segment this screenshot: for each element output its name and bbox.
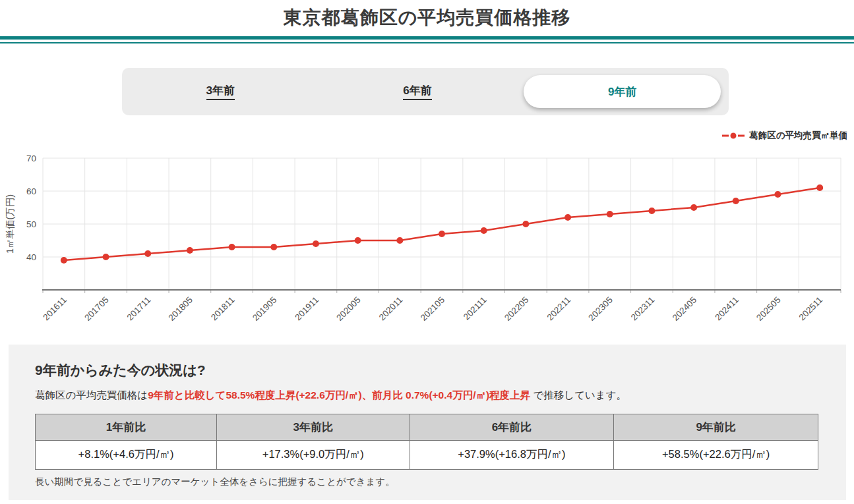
svg-text:201705: 201705 — [82, 295, 110, 323]
svg-text:202105: 202105 — [419, 295, 446, 323]
svg-text:70: 70 — [26, 154, 36, 163]
svg-text:202111: 202111 — [462, 295, 489, 322]
svg-text:201911: 201911 — [293, 295, 320, 323]
chart-gridlines: 40506070 — [26, 154, 841, 293]
header-3-year-comparison: 3年前比 — [217, 414, 410, 440]
page-title: 東京都葛飾区の平均売買価格推移 — [0, 5, 854, 30]
svg-text:201811: 201811 — [209, 295, 237, 323]
header-rule-thin — [0, 42, 854, 43]
svg-text:202211: 202211 — [545, 295, 572, 323]
svg-text:202205: 202205 — [503, 295, 530, 323]
tab-9-years-ago[interactable]: 9年前 — [516, 68, 729, 115]
svg-text:201905: 201905 — [251, 295, 278, 323]
legend-line-dot-icon — [722, 132, 745, 140]
comparison-table: 1年前比 3年前比 6年前比 9年前比 +8.1%(+4.6万円/㎡) +17.… — [35, 414, 818, 470]
svg-text:60: 60 — [26, 186, 36, 196]
value-1-year-comparison: +8.1%(+4.6万円/㎡) — [36, 440, 217, 469]
summary-highlight: 9年前と比較して58.5%程度上昇(+22.6万円/㎡)、前月比 0.7%(+0… — [148, 389, 530, 401]
summary-paragraph: 葛飾区の平均売買価格は9年前と比較して58.5%程度上昇(+22.6万円/㎡)、… — [35, 388, 820, 403]
tab-9-years-label: 9年前 — [608, 84, 636, 99]
svg-text:201805: 201805 — [167, 295, 195, 323]
svg-text:201611: 201611 — [41, 295, 69, 323]
chart-legend-item[interactable]: 葛飾区の平均売買㎡単価 — [722, 130, 847, 142]
y-axis-title: 1㎡単価(万円) — [5, 194, 15, 254]
svg-text:40: 40 — [26, 252, 36, 262]
summary-panel: 9年前からみた今の状況は? 葛飾区の平均売買価格は9年前と比較して58.5%程度… — [9, 345, 846, 500]
summary-lead: 葛飾区の平均売買価格は — [35, 389, 148, 401]
tab-6-years-label: 6年前 — [403, 83, 431, 100]
header-rule-thick — [0, 36, 854, 40]
svg-text:202511: 202511 — [797, 295, 825, 323]
svg-text:202305: 202305 — [586, 295, 614, 323]
comparison-table-value-row: +8.1%(+4.6万円/㎡) +17.3%(+9.0万円/㎡) +37.9%(… — [36, 440, 818, 469]
summary-tail: で推移しています。 — [530, 389, 626, 401]
tab-6-years-ago[interactable]: 6年前 — [319, 68, 516, 115]
tab-3-years-ago[interactable]: 3年前 — [122, 68, 319, 115]
price-trend-line-chart: 4050607020161120170520171120180520181120… — [0, 146, 854, 341]
svg-text:202505: 202505 — [754, 295, 782, 323]
footer-note: 長い期間で見ることでエリアのマーケット全体をさらに把握することができます。 — [35, 476, 820, 488]
page: 東京都葛飾区の平均売買価格推移 3年前 6年前 9年前 葛飾区の平均売買㎡単価 … — [0, 0, 854, 504]
comparison-table-header-row: 1年前比 3年前比 6年前比 9年前比 — [36, 414, 818, 440]
svg-text:50: 50 — [26, 219, 36, 229]
svg-text:202411: 202411 — [713, 295, 741, 323]
tab-3-years-label: 3年前 — [206, 83, 235, 100]
svg-text:201711: 201711 — [125, 295, 153, 323]
svg-text:202005: 202005 — [334, 295, 362, 323]
active-tab-pill: 9年前 — [524, 75, 721, 108]
period-tabbar: 3年前 6年前 9年前 — [122, 68, 729, 115]
svg-text:202011: 202011 — [377, 295, 405, 323]
header-6-year-comparison: 6年前比 — [410, 414, 614, 440]
svg-text:202405: 202405 — [671, 295, 698, 323]
header-9-year-comparison: 9年前比 — [614, 414, 818, 440]
header-1-year-comparison: 1年前比 — [36, 414, 217, 440]
svg-text:202311: 202311 — [629, 295, 657, 323]
value-3-year-comparison: +17.3%(+9.0万円/㎡) — [217, 440, 410, 469]
value-6-year-comparison: +37.9%(+16.8万円/㎡) — [410, 440, 614, 469]
legend-label: 葛飾区の平均売買㎡単価 — [749, 130, 847, 142]
x-axis-labels: 2016112017052017112018052018112019052019… — [41, 295, 824, 323]
summary-heading: 9年前からみた今の状況は? — [35, 361, 820, 379]
value-9-year-comparison: +58.5%(+22.6万円/㎡) — [614, 440, 818, 469]
